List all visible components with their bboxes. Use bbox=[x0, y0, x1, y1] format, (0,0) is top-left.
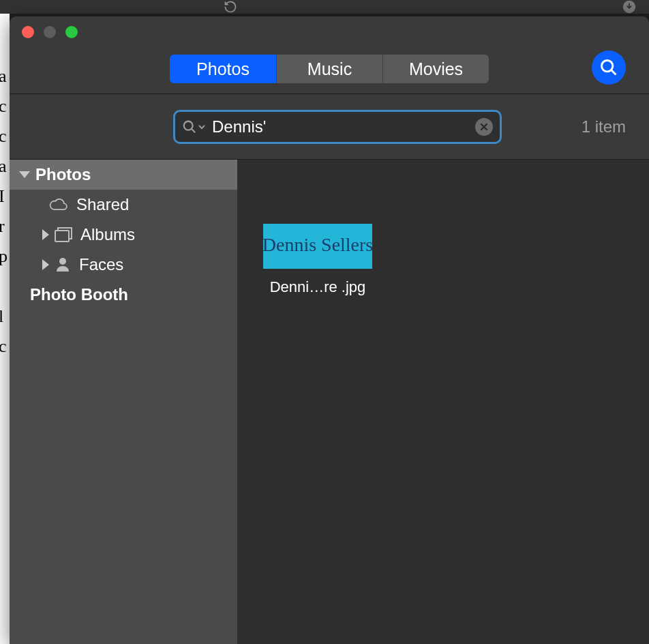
sidebar-item-label: Photos bbox=[35, 165, 91, 184]
media-type-segmented-control: Photos Music Movies bbox=[170, 55, 489, 83]
cloud-icon bbox=[49, 198, 68, 211]
thumbnail-text: Dennis Sellers bbox=[262, 234, 374, 256]
search-scope-icon[interactable] bbox=[182, 119, 205, 134]
chevron-down-icon bbox=[198, 123, 205, 130]
sidebar-item-label: Photo Booth bbox=[30, 285, 128, 304]
media-browser-window: Photos Music Movies 1 item Ph bbox=[10, 16, 649, 644]
disclosure-triangle-icon bbox=[42, 259, 49, 270]
background-toolbar bbox=[0, 0, 649, 14]
result-item[interactable]: Dennis Sellers Denni…re .jpg bbox=[263, 224, 372, 296]
background-text: a c c a I r p l c bbox=[0, 61, 7, 362]
svg-line-2 bbox=[612, 70, 616, 75]
titlebar: Photos Music Movies bbox=[10, 16, 649, 94]
tab-label: Movies bbox=[409, 59, 463, 79]
sidebar-item-label: Shared bbox=[76, 195, 129, 214]
search-icon bbox=[599, 58, 618, 77]
disclosure-triangle-icon bbox=[19, 171, 30, 178]
svg-point-1 bbox=[602, 61, 613, 72]
sidebar-item-photos[interactable]: Photos bbox=[10, 160, 237, 190]
sidebar-item-label: Albums bbox=[80, 225, 135, 244]
minimize-button[interactable] bbox=[44, 26, 56, 38]
albums-icon bbox=[55, 227, 72, 242]
thumbnail-filename: Denni…re .jpg bbox=[270, 278, 366, 296]
thumbnail-image: Dennis Sellers bbox=[263, 224, 372, 269]
tab-photos[interactable]: Photos bbox=[170, 55, 276, 83]
background-document-edge: a c c a I r p l c bbox=[0, 14, 10, 644]
search-input[interactable] bbox=[212, 117, 475, 136]
results-grid: Dennis Sellers Denni…re .jpg bbox=[237, 160, 649, 644]
refresh-icon bbox=[224, 0, 237, 14]
svg-point-3 bbox=[184, 121, 193, 130]
sidebar-item-label: Faces bbox=[79, 255, 123, 274]
sidebar-item-albums[interactable]: Albums bbox=[10, 220, 237, 250]
disclosure-triangle-icon bbox=[42, 229, 49, 240]
window-controls bbox=[22, 26, 78, 38]
clear-search-button[interactable] bbox=[475, 118, 493, 136]
close-button[interactable] bbox=[22, 26, 34, 38]
search-field[interactable] bbox=[173, 110, 502, 144]
maximize-button[interactable] bbox=[65, 26, 78, 38]
svg-rect-5 bbox=[55, 231, 69, 241]
tab-label: Photos bbox=[196, 59, 250, 79]
close-icon bbox=[479, 122, 489, 132]
search-icon bbox=[182, 119, 197, 134]
download-circle-icon bbox=[622, 0, 637, 14]
sidebar: Photos Shared Albums Faces bbox=[10, 160, 237, 644]
sidebar-item-photobooth[interactable]: Photo Booth bbox=[10, 280, 237, 310]
window-body: Photos Shared Albums Faces bbox=[10, 160, 649, 644]
svg-line-4 bbox=[192, 128, 196, 132]
search-toggle-button[interactable] bbox=[592, 50, 626, 85]
tab-label: Music bbox=[307, 59, 352, 79]
person-icon bbox=[55, 257, 71, 273]
item-count-label: 1 item bbox=[582, 117, 626, 136]
tab-music[interactable]: Music bbox=[276, 55, 382, 83]
sidebar-item-faces[interactable]: Faces bbox=[10, 250, 237, 280]
tab-movies[interactable]: Movies bbox=[382, 55, 489, 83]
svg-point-6 bbox=[59, 258, 66, 265]
search-bar-row: 1 item bbox=[10, 94, 649, 160]
sidebar-item-shared[interactable]: Shared bbox=[10, 190, 237, 220]
